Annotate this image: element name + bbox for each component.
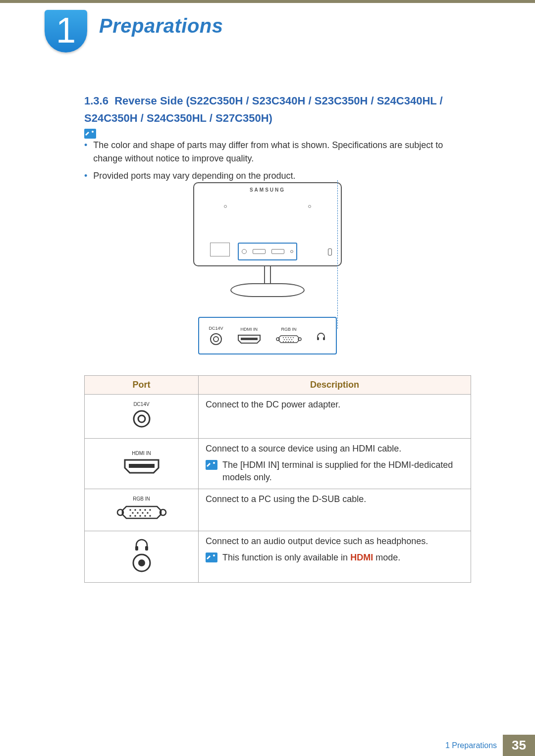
bullet-dot-icon: • [84, 169, 93, 183]
vga-port-icon [114, 504, 169, 521]
port-label: RGB IN [92, 496, 191, 502]
svg-point-42 [144, 515, 146, 517]
notes-block: • The color and shape of parts may diffe… [84, 128, 481, 187]
svg-point-34 [149, 509, 151, 511]
inline-note: The [HDMI IN] terminal is supplied for t… [206, 459, 464, 484]
svg-rect-48 [206, 553, 217, 562]
svg-point-23 [134, 411, 150, 427]
hdmi-port: HDMI IN [237, 327, 262, 345]
svg-point-3 [214, 337, 218, 342]
section-title: Reverse Side (S22C350H / S23C340H / S23C… [84, 95, 443, 124]
svg-point-18 [288, 341, 289, 342]
svg-point-13 [286, 339, 287, 340]
port-label: DC14V [209, 326, 223, 331]
audio-jack-icon [132, 553, 152, 573]
chapter-title: Preparations [99, 15, 223, 37]
svg-point-37 [142, 512, 143, 514]
note-text: This function is only available in HDMI … [222, 552, 400, 564]
svg-point-43 [149, 515, 151, 517]
port-label: DC14V [92, 402, 191, 407]
svg-point-8 [285, 337, 286, 338]
svg-point-35 [132, 512, 133, 514]
svg-point-20 [293, 341, 294, 342]
description-text: Connect to a source device using an HDMI… [206, 444, 464, 454]
description-cell: Connect to an audio output device such a… [199, 531, 471, 583]
note-text: The [HDMI IN] terminal is supplied for t… [222, 459, 464, 484]
description-cell: Connect to a source device using an HDMI… [199, 439, 471, 489]
hdmi-port-icon [122, 458, 161, 475]
port-cell-dc: DC14V [85, 395, 199, 439]
inline-note: This function is only available in HDMI … [206, 552, 464, 564]
headphone-port-icon [290, 250, 293, 253]
monitor-neck [264, 266, 271, 284]
headphone-port [316, 330, 326, 342]
svg-point-10 [290, 337, 291, 338]
svg-point-30 [129, 509, 131, 511]
svg-point-11 [293, 337, 294, 338]
description-text: Connect to the DC power adapter. [206, 400, 464, 410]
dc-port-icon [210, 333, 222, 346]
port-cell-hdmi: HDMI IN [85, 439, 199, 489]
section-heading: 1.3.6 Reverse Side (S22C350H / S23C340H … [84, 92, 481, 127]
svg-point-9 [288, 337, 289, 338]
svg-point-1 [92, 131, 94, 133]
reverse-side-diagram: SAMSUNG DC14V HDMI IN [0, 182, 535, 354]
note-icon [206, 553, 217, 562]
svg-point-49 [213, 554, 215, 556]
table-row: DC14V Connect to the DC power adapter. [85, 395, 471, 439]
table-header-description: Description [199, 376, 471, 395]
svg-point-39 [129, 515, 131, 517]
section-number: 1.3.6 [84, 95, 108, 107]
note-icon [206, 460, 217, 470]
description-text: Connect to a PC using the D-SUB cable. [206, 494, 464, 504]
list-item: • Provided ports may vary depending on t… [84, 169, 461, 183]
svg-rect-4 [241, 338, 258, 340]
bullet-dot-icon: • [84, 139, 93, 165]
svg-point-24 [138, 415, 145, 422]
monitor-back-outline: SAMSUNG [193, 182, 342, 266]
description-cell: Connect to the DC power adapter. [199, 395, 471, 439]
page-footer: 1 Preparations 35 [0, 735, 535, 756]
mount-rect [210, 243, 230, 256]
table-header-port: Port [85, 376, 199, 395]
table-row: Connect to an audio output device such a… [85, 531, 471, 583]
svg-point-27 [213, 462, 215, 464]
vga-port-icon [275, 334, 303, 345]
svg-point-16 [283, 341, 284, 342]
notes-list: • The color and shape of parts may diffe… [84, 139, 461, 187]
port-detail-panel: DC14V HDMI IN RGB IN [198, 317, 337, 354]
note-prefix: This function is only available in [222, 553, 350, 562]
svg-point-2 [211, 334, 221, 345]
vga-port: RGB IN [275, 327, 303, 345]
svg-point-38 [147, 512, 148, 514]
svg-rect-44 [135, 546, 138, 551]
hdmi-emphasis: HDMI [350, 553, 373, 562]
screw-icon [308, 205, 311, 208]
svg-point-36 [137, 512, 138, 514]
footer-chapter-ref: 1 Preparations [445, 741, 497, 750]
kensington-slot-icon [328, 249, 332, 255]
note-suffix: mode. [373, 553, 400, 562]
headphone-icon [134, 538, 149, 551]
svg-rect-21 [317, 337, 319, 340]
svg-rect-22 [323, 337, 325, 340]
table-row: RGB IN Connect to a PC using the D-SUB c… [85, 489, 471, 531]
dc-port-icon [132, 409, 152, 429]
headphone-port-icon [316, 332, 326, 342]
ports-description-table: Port Description DC14V Connect to the DC… [84, 375, 471, 583]
svg-point-40 [134, 515, 136, 517]
footer-page-number: 35 [503, 735, 535, 756]
callout-line [337, 180, 338, 329]
svg-rect-25 [129, 464, 155, 468]
description-cell: Connect to a PC using the D-SUB cable. [199, 489, 471, 531]
hdmi-port-icon [253, 249, 266, 254]
svg-point-47 [138, 559, 145, 566]
dc-port-icon [242, 249, 247, 254]
svg-point-17 [285, 341, 286, 342]
svg-rect-26 [206, 460, 217, 470]
svg-point-41 [139, 515, 141, 517]
svg-rect-45 [145, 546, 148, 551]
note-text: Provided ports may vary depending on the… [93, 169, 295, 183]
svg-point-15 [291, 339, 292, 340]
svg-point-19 [290, 341, 291, 342]
